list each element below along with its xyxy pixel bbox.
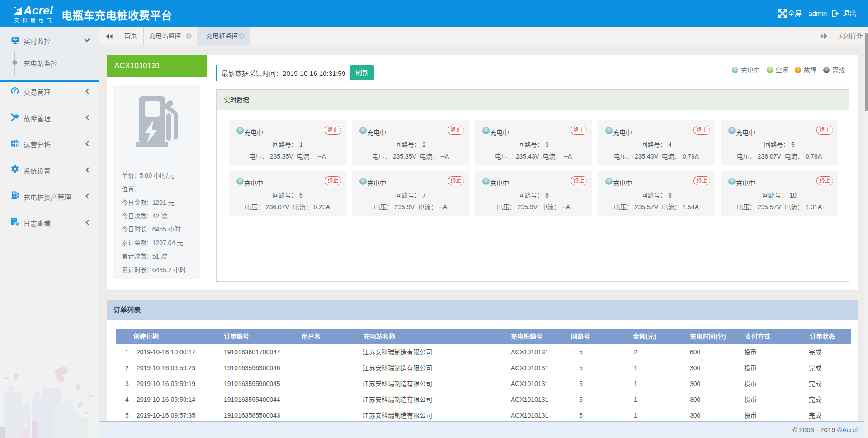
svg-text:¥: ¥ bbox=[14, 88, 16, 94]
